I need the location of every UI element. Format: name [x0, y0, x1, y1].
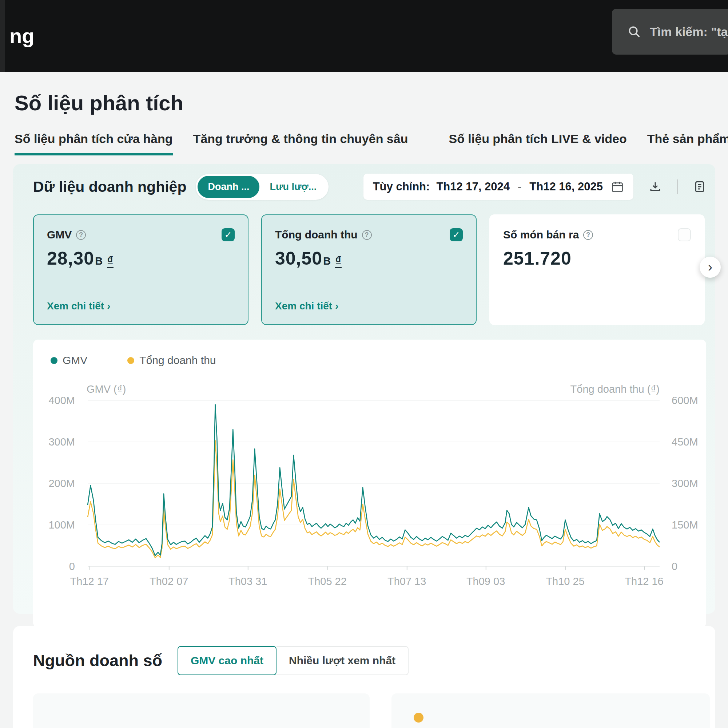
- revenue-legend-dot: [127, 357, 134, 364]
- x-axis-tick-mark: [90, 566, 90, 570]
- sales-source-right-panel: [392, 693, 710, 728]
- x-axis-tick-mark: [565, 566, 566, 570]
- x-axis-tick-label: Th09 03: [466, 575, 505, 587]
- gmv-line: [88, 405, 659, 555]
- sales-source-left-panel: [33, 693, 370, 728]
- business-chart-card: GMV Tổng doanh thu GMV (₫) Tổng doanh th…: [33, 340, 706, 628]
- view-details-link[interactable]: Xem chi tiết›: [275, 300, 339, 312]
- metric-card-gmv[interactable]: GMV ? ✓ 28,30B₫ Xem chi tiết›: [33, 215, 248, 325]
- x-axis-tick-mark: [248, 566, 248, 570]
- metric-label: GMV: [47, 228, 72, 241]
- help-icon[interactable]: ?: [76, 230, 86, 240]
- panel-header-right: Tùy chỉnh: Th12 17, 2024 - Th12 16, 2025: [364, 174, 706, 200]
- right-axis-title: Tổng doanh thu (₫): [570, 383, 659, 395]
- y-axis-tick-label: 400M: [48, 395, 75, 406]
- x-axis-tick-label: Th03 31: [228, 575, 267, 587]
- gmv-legend-label: GMV: [63, 354, 87, 366]
- metric-value: 251.720: [503, 248, 691, 269]
- x-axis-tick-labels: Th12 17Th02 07Th03 31Th05 22Th07 13Th09 …: [88, 575, 659, 590]
- search-input[interactable]: Tìm kiếm: "tạo: [612, 9, 728, 55]
- data-type-toggle: Doanh ... Lưu lượ...: [196, 174, 329, 200]
- date-range-start: Th12 17, 2024: [436, 180, 510, 193]
- metric-card-items-sold[interactable]: Số món bán ra ? ✓ 251.720: [489, 215, 705, 325]
- date-range-end: Th12 16, 2025: [529, 180, 603, 193]
- y-axis-tick-label: 600M: [671, 395, 698, 406]
- toolbar-separator: [677, 179, 678, 194]
- chart-plot-area[interactable]: [88, 400, 659, 566]
- metric-value-scale: B: [95, 255, 102, 267]
- cards-next-button[interactable]: ›: [700, 257, 721, 278]
- sales-source-title: Nguồn doanh số: [33, 651, 162, 670]
- search-placeholder-text: Tìm kiếm: "tạo: [650, 25, 728, 39]
- y-axis-tick-label: 300M: [671, 478, 698, 490]
- toggle-traffic-pill[interactable]: Lưu lượ...: [259, 176, 327, 198]
- view-details-link[interactable]: Xem chi tiết›: [47, 300, 111, 312]
- tab-most-viewed[interactable]: Nhiều lượt xem nhất: [277, 646, 408, 675]
- x-axis-tick-label: Th05 22: [308, 575, 346, 587]
- x-axis-tick-mark: [169, 566, 170, 570]
- calendar-icon: [611, 180, 624, 193]
- page-title: Số liệu phân tích: [15, 90, 715, 115]
- business-data-panel: Dữ liệu doanh nghiệp Doanh ... Lưu lượ..…: [13, 164, 715, 614]
- revenue-line: [88, 440, 659, 558]
- y-axis-tick-label: 0: [671, 561, 678, 573]
- y-axis-tick-label: 100M: [48, 519, 75, 531]
- y-axis-tick-label: 0: [69, 561, 75, 573]
- metric-label: Tổng doanh thu: [275, 228, 358, 241]
- toggle-revenue-pill[interactable]: Doanh ...: [197, 176, 259, 198]
- sales-source-header: Nguồn doanh số GMV cao nhất Nhiều lượt x…: [33, 646, 715, 675]
- checkbox-checked-icon[interactable]: ✓: [222, 228, 235, 241]
- search-icon: [627, 25, 641, 38]
- download-icon[interactable]: [649, 180, 662, 193]
- metric-cards-row: GMV ? ✓ 28,30B₫ Xem chi tiết› Tổng doanh…: [33, 215, 706, 325]
- help-icon[interactable]: ?: [583, 230, 593, 240]
- sales-source-panels: [33, 693, 715, 728]
- sales-source-section: Nguồn doanh số GMV cao nhất Nhiều lượt x…: [13, 626, 715, 728]
- metric-value-number: 251.720: [503, 248, 572, 269]
- y-axis-tick-label: 300M: [48, 436, 75, 448]
- metric-value: 30,50B₫: [275, 248, 463, 269]
- analytics-tabs: Số liệu phân tích cửa hàng Tăng trưởng &…: [15, 132, 715, 155]
- tab-growth-insights[interactable]: Tăng trưởng & thông tin chuyên sâu: [193, 132, 408, 155]
- currency-symbol: ₫: [107, 253, 113, 268]
- topbar-edge-strip: [0, 0, 5, 72]
- chart-legend: GMV Tổng doanh thu: [50, 354, 216, 366]
- tab-product-card[interactable]: Thẻ sản phẩm: [647, 132, 728, 155]
- gmv-legend-dot: [50, 357, 58, 364]
- y-axis-tick-label: 150M: [671, 519, 698, 531]
- tab-store-analytics[interactable]: Số liệu phân tích cửa hàng: [15, 132, 173, 155]
- checkbox-unchecked-icon[interactable]: ✓: [678, 228, 691, 241]
- tab-live-video-analytics[interactable]: Số liệu phân tích LIVE & video: [448, 132, 627, 155]
- dual-axis-line-chart: [88, 400, 659, 566]
- y-axis-tick-label: 450M: [671, 436, 698, 448]
- metric-value-scale: B: [323, 255, 331, 267]
- brand-text-fragment: ng: [9, 0, 34, 72]
- x-axis-tick-mark: [407, 566, 407, 570]
- left-axis-tick-labels: 400M300M200M100M0: [33, 400, 75, 566]
- report-document-icon[interactable]: [693, 180, 706, 193]
- x-axis-tick-label: Th12 16: [625, 575, 663, 587]
- x-axis-tick-label: Th02 07: [150, 575, 188, 587]
- help-icon[interactable]: ?: [362, 230, 372, 240]
- sales-source-tabs: GMV cao nhất Nhiều lượt xem nhất: [177, 646, 408, 675]
- date-range-separator: -: [518, 180, 522, 193]
- x-axis-tick-label: Th10 25: [546, 575, 584, 587]
- panel-header: Dữ liệu doanh nghiệp Doanh ... Lưu lượ..…: [33, 173, 706, 201]
- metric-card-total-revenue[interactable]: Tổng doanh thu ? ✓ 30,50B₫ Xem chi tiết›: [261, 215, 477, 325]
- chevron-right-icon: ›: [335, 300, 338, 311]
- currency-symbol: ₫: [335, 253, 341, 268]
- tab-highest-gmv[interactable]: GMV cao nhất: [177, 646, 277, 675]
- chevron-right-icon: ›: [708, 259, 712, 275]
- legend-dot-icon: [414, 713, 424, 723]
- date-range-prefix: Tùy chỉnh:: [373, 180, 430, 193]
- top-bar: ng Tìm kiếm: "tạo: [0, 0, 728, 72]
- right-axis-tick-labels: 600M450M300M150M0: [671, 400, 704, 566]
- metric-value: 28,30B₫: [47, 248, 235, 269]
- metric-value-number: 28,30: [47, 248, 94, 269]
- x-axis-tick-mark: [327, 566, 328, 570]
- x-axis-tick-mark: [486, 566, 486, 570]
- y-axis-tick-label: 200M: [48, 478, 75, 490]
- date-range-picker[interactable]: Tùy chỉnh: Th12 17, 2024 - Th12 16, 2025: [364, 174, 633, 200]
- x-axis-tick-label: Th12 17: [70, 575, 109, 587]
- checkbox-checked-icon[interactable]: ✓: [450, 228, 463, 241]
